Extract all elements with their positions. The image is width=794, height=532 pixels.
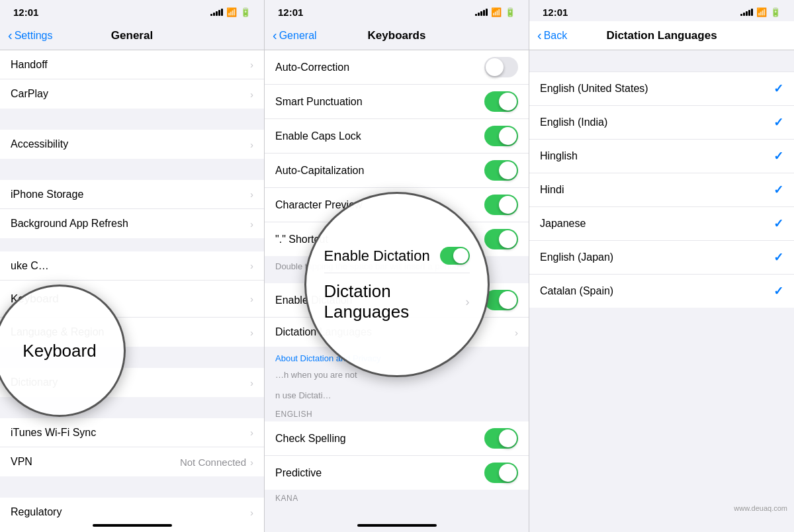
section-itunes: iTunes Wi-Fi Sync › VPN Not Connected › [0,418,264,476]
row-itunes[interactable]: iTunes Wi-Fi Sync › [0,418,264,447]
status-bar-3: 12:01 📶 🔋 [529,0,794,21]
row-auto-cap[interactable]: Auto-Capitalization [265,154,529,188]
lang-header-gap [529,50,794,71]
language-list: English (United States) ✓ English (India… [529,71,794,308]
lang-label-en-jp: English (Japan) [540,251,613,263]
row-predictive[interactable]: Predictive [265,456,529,490]
status-time-2: 12:01 [278,7,303,18]
right-keyboard: › [250,293,253,304]
label-itunes: iTunes Wi-Fi Sync [11,427,96,439]
lang-label-en-in: English (India) [540,116,607,128]
checkmark-japanese: ✓ [773,216,783,231]
dictation-circle-title2: Dictation Languages [324,281,466,322]
label-auto-correction: Auto-Correction [275,62,349,73]
chevron-iphone-storage: › [250,189,253,200]
back-chevron-2: ‹ [273,28,277,42]
chevron-carplay: › [250,89,253,100]
toggle-enable-dictation[interactable] [484,290,518,310]
toggle-auto-cap[interactable] [484,160,518,181]
row-auto-correction[interactable]: Auto-Correction [265,50,529,85]
back-to-general[interactable]: ‹ General [273,30,317,42]
back-to-settings[interactable]: ‹ Settings [8,30,52,42]
toggle-thumb-circle [453,248,468,263]
toggle-char-preview[interactable] [484,195,518,215]
label-smart-punctuation: Smart Punctuation [275,96,363,108]
lang-label-en-us: English (United States) [540,83,648,95]
nav-title-2: Keyboards [368,29,426,42]
lang-label-catalan: Catalan (Spain) [540,285,613,297]
status-icons-1: 📶 🔋 [210,7,251,17]
toggle-caps-lock[interactable] [484,126,518,146]
gap-2 [0,159,264,180]
label-iphone-storage: iPhone Storage [11,189,83,200]
dictation-circle-title1: Enable Dictation [324,247,430,265]
toggle-period-shortcut[interactable] [484,229,518,249]
row-enable-caps-lock[interactable]: Enable Caps Lock [265,119,529,154]
chevron-vpn: › [250,457,253,468]
nav-bar-2: ‹ General Keyboards [265,21,529,50]
gap-1 [0,109,264,130]
nav-bar-1: ‹ Settings General [0,21,264,50]
row-accessibility[interactable]: Accessibility › [0,130,264,159]
label-handoff: Handoff [11,59,48,71]
signal-icon-1 [210,8,223,16]
back-label-1: Settings [15,30,53,42]
chevron-language: › [250,327,253,338]
toggle-smart-punctuation[interactable] [484,91,518,112]
nav-bar-3: ‹ Back Dictation Languages [529,21,794,50]
checkmark-hindi: ✓ [773,183,783,197]
lang-row-hinglish[interactable]: Hinglish ✓ [529,140,794,173]
lang-row-en-jp[interactable]: English (Japan) ✓ [529,241,794,275]
back-chevron-3: ‹ [537,28,542,42]
label-carplay: CarPlay [11,88,48,100]
bottom-home-area-2 [265,519,529,532]
battery-icon-2: 🔋 [505,7,515,17]
chevron-dictation-languages: › [515,327,518,338]
section-kana-label: KANA [265,490,529,506]
chevron-cut: › [250,260,253,271]
chevron-itunes: › [250,427,253,438]
watermark: www.deuaq.com [734,504,787,512]
right-language: › [250,327,253,338]
row-vpn[interactable]: VPN Not Connected › [0,447,264,476]
bottom-home-area-3 [529,519,794,532]
toggle-thumb-auto-correction [486,58,504,76]
back-to-keyboards[interactable]: ‹ Back [537,30,567,42]
home-indicator-2 [357,524,437,527]
toggle-auto-correction[interactable] [484,57,518,77]
row-check-spelling[interactable]: Check Spelling [265,421,529,456]
row-carplay[interactable]: CarPlay › [0,79,264,109]
row-cut[interactable]: uke C… › [0,251,264,281]
row-iphone-storage[interactable]: iPhone Storage › [0,180,264,209]
lang-label-hindi: Hindi [540,184,564,196]
label-regulatory: Regulatory [11,506,62,518]
lang-row-en-in[interactable]: English (India) ✓ [529,106,794,140]
lang-row-catalan[interactable]: Catalan (Spain) ✓ [529,275,794,308]
label-accessibility: Accessibility [11,138,68,150]
label-enable-caps-lock: Enable Caps Lock [275,130,361,142]
home-indicator-1 [93,524,172,527]
chevron-regulatory: › [250,507,253,518]
lang-row-en-us[interactable]: English (United States) ✓ [529,72,794,106]
right-handoff: › [250,59,253,70]
toggle-circle-dictation[interactable] [440,247,470,265]
row-background-refresh[interactable]: Background App Refresh › [0,209,264,238]
right-accessibility: › [250,139,253,150]
label-check-spelling: Check Spelling [275,433,346,445]
label-background-refresh: Background App Refresh [11,218,128,230]
lang-row-hindi[interactable]: Hindi ✓ [529,173,794,207]
toggle-check-spelling[interactable] [484,428,518,449]
toggle-thumb-smart-punctuation [499,93,517,111]
dictation-circle-row2[interactable]: Dictation Languages › [324,279,470,325]
row-smart-punctuation[interactable]: Smart Punctuation [265,85,529,119]
toggle-predictive[interactable] [484,463,518,483]
nav-title-1: General [111,29,153,42]
label-cut: uke C… [11,260,49,272]
battery-icon-3: 🔋 [770,7,781,17]
row-handoff[interactable]: Handoff › [0,50,264,79]
checkmark-en-jp: ✓ [773,250,783,265]
checkmark-en-us: ✓ [773,81,783,96]
right-vpn: Not Connected › [180,457,253,468]
lang-row-japanese[interactable]: Japanese ✓ [529,207,794,241]
section-handoff: Handoff › CarPlay › [0,50,264,109]
